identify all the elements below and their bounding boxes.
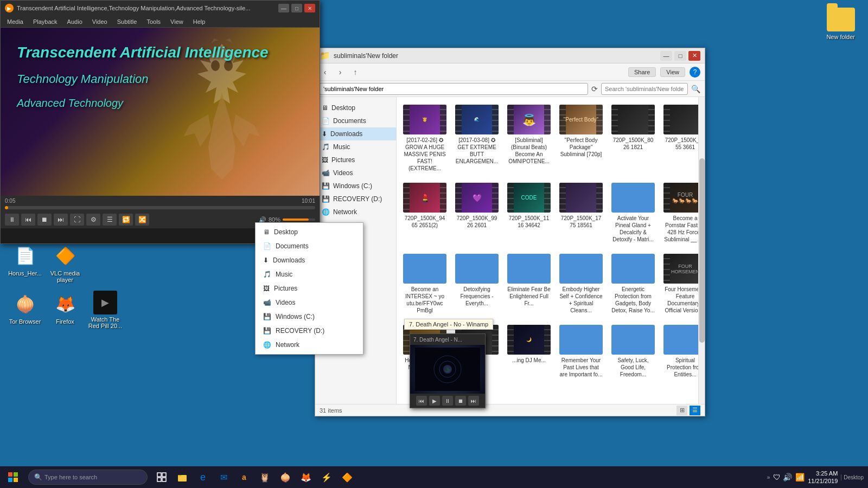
file-item-dj[interactable]: 🌙 ...ing DJ Me...: [505, 322, 553, 388]
desktop-icon-tor[interactable]: 🧅 Tor Browser: [5, 288, 44, 331]
file-item-detoxifying[interactable]: Detoxifying Frequencies - Everyth...: [453, 251, 501, 317]
menu-item-pictures[interactable]: 🖼 Pictures: [256, 281, 363, 296]
vlc-titlebar[interactable]: ▶ Transcendent Artificial Intelligence,T…: [1, 1, 320, 16]
explorer-search-input[interactable]: [601, 83, 688, 95]
file-item-remember[interactable]: Remember Your Past Lives that are Import…: [557, 322, 605, 388]
taskbar-clock[interactable]: 3:25 AM 11/21/2019: [808, 470, 838, 485]
winamp-prev-button[interactable]: ⏮: [416, 396, 427, 406]
file-item-1116[interactable]: CODE 720P_1500K_1116 34642: [505, 179, 553, 246]
file-item-embody[interactable]: Embody Higher Self + Confidence + Spirit…: [557, 251, 605, 317]
explorer-address-input[interactable]: [320, 83, 588, 95]
explorer-up-button[interactable]: ↑: [350, 67, 361, 78]
menu-item-music[interactable]: 🎵 Music: [256, 267, 363, 281]
vlc-stop-button[interactable]: ⏹: [37, 214, 52, 226]
vlc-playlist-button[interactable]: ☰: [103, 214, 117, 226]
file-item-butt[interactable]: 🌊 [2017-03-08] ✪ GET EXTREME BUTT ENLARG…: [453, 101, 501, 175]
menu-item-videos[interactable]: 📹 Videos: [256, 296, 363, 310]
file-item-intersex[interactable]: Become an INTERSEX ~ yo utu.be/FFY0wc Pm…: [401, 251, 449, 317]
sidebar-item-music[interactable]: 🎵Music: [315, 140, 396, 153]
file-item-grow-penis[interactable]: 👸 [2017-02-26] ✪ GROW A HUGE MASSIVE PEN…: [401, 101, 449, 175]
menu-item-documents[interactable]: 📄 Documents: [256, 239, 363, 253]
file-item-9465[interactable]: 💄 720P_1500K_9465 2651(2): [401, 179, 449, 246]
desktop-icon-vlc[interactable]: 🔶 VLC mediaplayer: [46, 240, 85, 285]
vlc-maximize-button[interactable]: □: [291, 4, 302, 12]
explorer-scrollbar-thumb[interactable]: [699, 158, 705, 343]
vlc-fullscreen-button[interactable]: ⛶: [70, 214, 84, 226]
winamp-next-button[interactable]: ⏭: [468, 396, 479, 406]
sidebar-item-pictures[interactable]: 🖼Pictures: [315, 153, 396, 166]
explorer-forward-button[interactable]: ›: [335, 67, 346, 78]
explorer-search-button[interactable]: 🔍: [691, 85, 700, 93]
vlc-menu-playback[interactable]: Playback: [29, 17, 62, 26]
taskbar-tor-button[interactable]: 🧅: [276, 467, 295, 487]
menu-item-recovery[interactable]: 💾 RECOVERY (D:): [256, 324, 363, 338]
vlc-menu-media[interactable]: Media: [3, 17, 28, 26]
taskbar-mail-button[interactable]: ✉: [214, 467, 233, 487]
vlc-prev-button[interactable]: ⏮: [21, 214, 35, 226]
taskbar-explorer-button[interactable]: [173, 467, 192, 487]
explorer-close-button[interactable]: ✕: [688, 51, 700, 61]
taskbar-search-box[interactable]: 🔍 Type here to search: [28, 470, 148, 485]
view-detail-icon[interactable]: ☰: [690, 406, 700, 415]
explorer-back-button[interactable]: ‹: [320, 67, 330, 78]
vlc-menu-subtitle[interactable]: Subtitle: [113, 17, 142, 26]
file-item-1775[interactable]: 720P_1500K_1775 18561: [557, 179, 605, 246]
file-item-energetic[interactable]: Energetic Protection from Gadgets, Body …: [609, 251, 657, 317]
taskbar-vlc-taskbar-button[interactable]: 🔶: [337, 467, 357, 487]
taskbar-amazon-button[interactable]: a: [234, 467, 254, 487]
vlc-menu-view[interactable]: View: [166, 17, 188, 26]
winamp-play-button[interactable]: ▶: [429, 396, 440, 406]
vlc-next-button[interactable]: ⏭: [54, 214, 68, 226]
sidebar-item-network[interactable]: 🌐Network: [315, 206, 396, 219]
desktop-icon-firefox[interactable]: 🦊 Firefox: [46, 288, 85, 331]
file-item-omnipotent[interactable]: 👼 [Subliminal] (Binural Beats) Become An…: [505, 101, 553, 175]
vlc-close-button[interactable]: ✕: [304, 4, 315, 12]
explorer-minimize-button[interactable]: —: [660, 51, 672, 61]
start-button[interactable]: [0, 466, 26, 488]
vlc-volume-bar[interactable]: [283, 219, 315, 221]
sidebar-item-recovery-d[interactable]: 💾RECOVERY (D:): [315, 192, 396, 206]
taskbar-taskview-button[interactable]: [152, 467, 171, 487]
menu-item-windows-c[interactable]: 💾 Windows (C:): [256, 310, 363, 324]
explorer-help-button[interactable]: ?: [690, 67, 700, 78]
taskbar-tripadvisor-button[interactable]: 🦉: [255, 467, 275, 487]
menu-item-desktop[interactable]: 🖥 Desktop: [256, 225, 363, 239]
sidebar-item-downloads[interactable]: ⬇Downloads: [315, 127, 396, 140]
explorer-share-button[interactable]: Share: [628, 67, 656, 77]
desktop-icon-horus[interactable]: 📄 Horus_Her...: [5, 240, 44, 285]
sidebar-item-videos[interactable]: 📹Videos: [315, 166, 396, 179]
explorer-refresh-button[interactable]: ⟳: [591, 85, 598, 93]
sidebar-item-windows-c[interactable]: 💾Windows (C:): [315, 179, 396, 192]
menu-item-downloads[interactable]: ⬇ Downloads: [256, 253, 363, 267]
vlc-shuffle-button[interactable]: 🔀: [135, 214, 149, 226]
vlc-play-button[interactable]: ⏸: [5, 214, 19, 226]
tray-sound-icon[interactable]: 🔊: [783, 473, 792, 481]
vlc-progress-bar[interactable]: [5, 206, 315, 209]
explorer-titlebar[interactable]: 📁 subliminals'New folder — □ ✕: [315, 48, 705, 63]
vlc-menu-audio[interactable]: Audio: [63, 17, 87, 26]
vlc-loop-button[interactable]: 🔁: [119, 214, 133, 226]
file-item-perfect-body[interactable]: "Perfect Body" "Perfect Body Package" Su…: [557, 101, 605, 175]
view-large-icon[interactable]: ⊞: [676, 406, 687, 415]
corner-new-folder[interactable]: New folder: [824, 5, 857, 42]
winamp-pause-button[interactable]: ⏸: [442, 396, 453, 406]
file-item-pineal[interactable]: Activate Your Pineal Gland + Decalcify &…: [609, 179, 657, 246]
vlc-settings-button[interactable]: ⚙: [86, 214, 100, 226]
sidebar-item-documents[interactable]: 📄Documents: [315, 114, 396, 127]
file-item-safety[interactable]: Safety, Luck, Good Life, Freedom...: [609, 322, 657, 388]
explorer-scrollbar[interactable]: [698, 97, 705, 404]
tray-antivirus-icon[interactable]: 🛡: [773, 473, 781, 481]
menu-item-network[interactable]: 🌐 Network: [256, 338, 363, 352]
vlc-menu-video[interactable]: Video: [88, 17, 112, 26]
vlc-menu-tools[interactable]: Tools: [142, 17, 165, 26]
desktop-icon-redpill[interactable]: ▶ Watch TheRed Pill 20...: [86, 288, 125, 331]
file-item-8026[interactable]: 720P_1500K_8026 1821: [609, 101, 657, 175]
taskbar-desktop-button[interactable]: Desktop: [841, 474, 864, 480]
taskbar-expand-icon[interactable]: »: [767, 474, 770, 480]
sidebar-item-desktop[interactable]: 🖥Desktop: [315, 101, 396, 114]
vlc-minimize-button[interactable]: —: [278, 4, 289, 12]
corner-folder-icon-group[interactable]: New folder: [824, 5, 857, 42]
file-item-eliminate[interactable]: Eliminate Fear Be Enlightened Full Fr...: [505, 251, 553, 317]
file-item-9926[interactable]: 💜 720P_1500K_9926 2601: [453, 179, 501, 246]
taskbar-browser2-button[interactable]: 🦊: [296, 467, 316, 487]
